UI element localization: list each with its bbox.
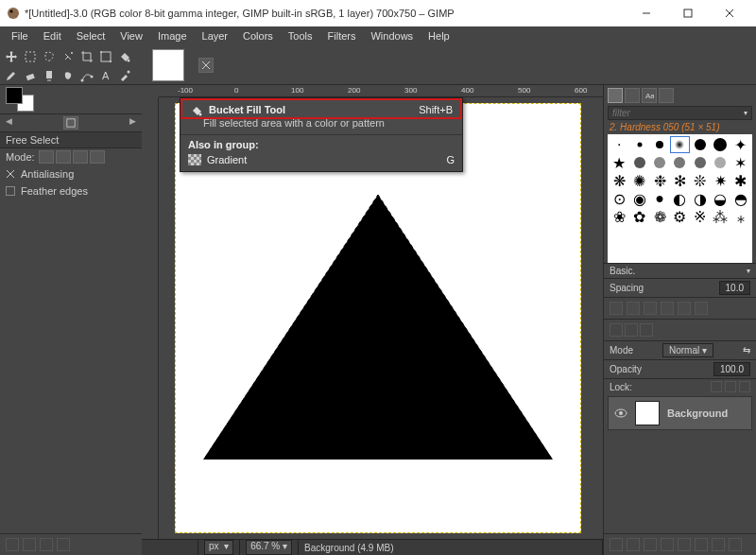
menu-file[interactable]: File [4,28,36,43]
brush-item[interactable]: ❊ [691,172,710,189]
brush-item[interactable]: ● [650,190,669,207]
lock-pixels-icon[interactable] [711,381,722,392]
lower-layer-icon[interactable] [661,538,674,551]
brush-item[interactable]: ❋ [610,172,628,189]
menu-windows[interactable]: Windows [363,28,421,43]
brush-item[interactable]: ◓ [731,190,750,207]
visibility-icon[interactable] [614,407,627,420]
brush-item[interactable]: ❀ [610,208,628,225]
transform-tool[interactable] [97,48,114,65]
mask-layer-icon[interactable] [712,538,725,551]
brush-item[interactable]: ✱ [731,172,750,189]
brush-item[interactable]: ◉ [629,190,648,207]
brush-filter-input[interactable] [612,108,744,118]
delete-layer-icon[interactable] [729,538,742,551]
patterns-tab[interactable] [625,88,640,103]
bucket-fill-tool[interactable] [116,48,133,65]
brush-item[interactable] [670,154,689,171]
brush-item[interactable]: ✻ [670,172,689,189]
brush-item[interactable]: · [610,136,628,153]
brush-item[interactable]: ⊙ [610,190,628,207]
brush-grid[interactable]: · ✦ ★ ✶ ❋ ✺ ❉ ✻ ❊ ✷ ✱ ⊙ ◉ ● ◐ ◑ ◒ [608,134,752,263]
edit-brush-icon[interactable] [610,302,623,315]
close-button[interactable] [709,0,750,26]
new-layer-icon[interactable] [610,538,623,551]
free-select-tool[interactable] [41,48,58,65]
brush-item[interactable]: ◐ [670,190,689,207]
mode-intersect[interactable] [90,150,105,164]
dup-brush-icon[interactable] [644,302,657,315]
refresh-brush-icon[interactable] [678,302,691,315]
panel-arrow-right[interactable]: ▶ [128,116,138,130]
delete-options-icon[interactable] [40,538,53,551]
brush-item[interactable] [691,154,710,171]
fonts-tab[interactable]: Aa [642,88,657,103]
brush-item[interactable] [650,136,669,153]
channels-tab[interactable] [625,323,638,337]
menu-colors[interactable]: Colors [235,28,281,43]
chevron-down-icon[interactable]: ▾ [747,267,750,275]
brush-item[interactable] [711,154,730,171]
brush-item[interactable] [629,154,648,171]
raise-layer-icon[interactable] [644,538,657,551]
eraser-tool[interactable] [22,67,39,84]
clone-tool[interactable] [41,67,58,84]
reset-options-icon[interactable] [57,538,70,551]
close-icon[interactable] [6,169,15,179]
brush-item[interactable]: ❉ [650,172,669,189]
spacing-value[interactable]: 10.0 [719,281,750,295]
brush-item[interactable]: ✿ [629,208,648,225]
brush-item[interactable]: ❁ [650,208,669,225]
ruler-vertical[interactable] [142,97,159,539]
menu-tools[interactable]: Tools [281,28,320,43]
active-image-thumbnail[interactable] [152,49,184,81]
fg-color-swatch[interactable] [6,87,23,104]
menu-image[interactable]: Image [150,28,195,43]
ruler-horizontal[interactable]: -100 0 100 200 300 400 500 600 [159,85,603,97]
mode-subtract[interactable] [73,150,88,164]
layers-tab[interactable] [610,323,623,337]
menu-view[interactable]: View [112,28,150,43]
mode-replace[interactable] [39,150,54,164]
del-brush-icon[interactable] [661,302,674,315]
brush-item[interactable] [711,136,730,153]
filter-dropdown-icon[interactable]: ▾ [744,109,747,117]
menu-layer[interactable]: Layer [195,28,236,43]
blend-mode-dropdown[interactable]: Normal ▾ [662,343,713,357]
mode-add[interactable] [56,150,71,164]
brush-item[interactable]: ✦ [731,136,750,153]
feather-checkbox[interactable] [6,186,15,196]
brush-item[interactable]: ⁎ [731,208,750,225]
feather-option[interactable]: Feather edges [21,185,88,197]
lock-position-icon[interactable] [725,381,736,392]
open-as-image-icon[interactable] [695,302,708,315]
brush-item[interactable]: ◑ [691,190,710,207]
text-tool[interactable]: A [97,67,114,84]
new-brush-icon[interactable] [627,302,640,315]
paintbrush-tool[interactable] [3,67,20,84]
unit-dropdown[interactable]: px ▾ [204,540,233,555]
brushes-tab[interactable] [608,88,623,103]
move-tool[interactable] [3,48,20,65]
brush-item[interactable]: ⚙ [670,208,689,225]
brush-item[interactable] [629,136,648,153]
brush-item[interactable] [691,136,710,153]
menu-filters[interactable]: Filters [320,28,364,43]
brush-item[interactable] [670,136,689,153]
brush-preset-dropdown[interactable]: Basic. [610,266,635,276]
paths-tab[interactable] [640,323,653,337]
lock-alpha-icon[interactable] [739,381,750,392]
layer-name[interactable]: Background [667,408,728,419]
panel-arrow-left[interactable]: ◀ [4,116,14,130]
history-tab[interactable] [659,88,674,103]
crop-tool[interactable] [78,48,95,65]
merge-layer-icon[interactable] [695,538,708,551]
minimize-button[interactable] [626,0,667,26]
color-picker-tool[interactable] [116,67,133,84]
mode-switch-icon[interactable]: ⇆ [743,345,750,356]
path-tool[interactable] [78,67,95,84]
dup-layer-icon[interactable] [678,538,691,551]
opacity-value[interactable]: 100.0 [713,362,750,376]
brush-item[interactable]: ◒ [711,190,730,207]
maximize-button[interactable] [667,0,709,26]
